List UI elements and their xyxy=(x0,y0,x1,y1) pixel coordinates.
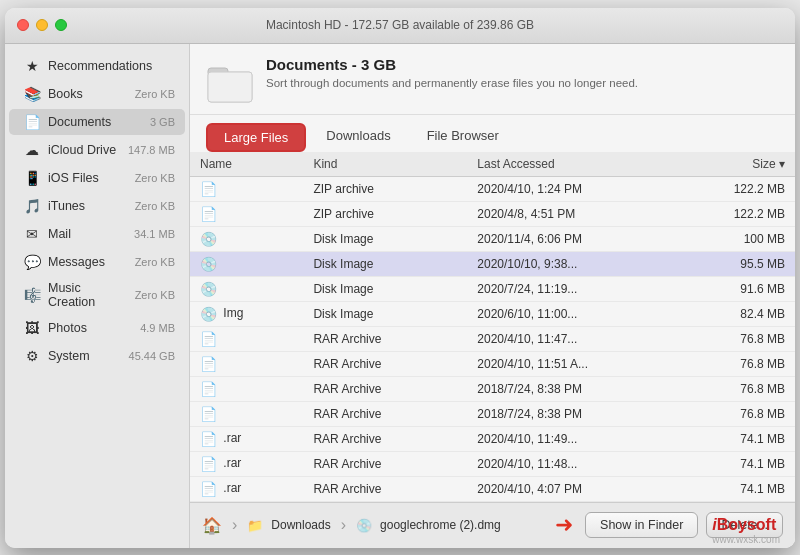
breadcrumb-file: googlechrome (2).dmg xyxy=(380,518,501,532)
cell-size: 76.8 MB xyxy=(682,376,795,401)
cell-accessed: 2020/4/10, 11:47... xyxy=(467,326,681,351)
header-desc: Sort through documents and permanently e… xyxy=(266,75,779,91)
sidebar-icon-documents: 📄 xyxy=(23,113,41,131)
sidebar-item-music-creation[interactable]: 🎼 Music Creation Zero KB xyxy=(9,277,185,313)
table-row[interactable]: 💿 Disk Image 2020/7/24, 11:19... 91.6 MB xyxy=(190,276,795,301)
sidebar-label-ios-files: iOS Files xyxy=(48,171,131,185)
cell-accessed: 2020/4/10, 1:24 PM xyxy=(467,176,681,201)
sidebar-item-documents[interactable]: 📄 Documents 3 GB xyxy=(9,109,185,135)
folder-icon xyxy=(206,58,254,106)
cell-accessed: 2020/6/10, 11:00... xyxy=(467,301,681,326)
table-row[interactable]: 💿 Disk Image 2020/10/10, 9:38... 95.5 MB xyxy=(190,251,795,276)
brand-sub: www.wxsk.com xyxy=(712,534,780,545)
cell-accessed: 2020/7/24, 11:19... xyxy=(467,276,681,301)
table-row[interactable]: 💿 Disk Image 2020/11/4, 6:06 PM 100 MB xyxy=(190,226,795,251)
cell-accessed: 2020/4/10, 11:51 A... xyxy=(467,351,681,376)
tab-file-browser[interactable]: File Browser xyxy=(411,123,515,152)
header-title: Documents - 3 GB xyxy=(266,56,779,73)
tab-large-files[interactable]: Large Files xyxy=(206,123,306,152)
maximize-button[interactable] xyxy=(55,19,67,31)
sidebar-item-books[interactable]: 📚 Books Zero KB xyxy=(9,81,185,107)
titlebar: Macintosh HD - 172.57 GB available of 23… xyxy=(5,8,795,44)
sidebar-item-mail[interactable]: ✉ Mail 34.1 MB xyxy=(9,221,185,247)
cell-name: 📄 xyxy=(190,201,303,226)
sidebar-label-itunes: iTunes xyxy=(48,199,131,213)
sidebar-size-documents: 3 GB xyxy=(150,116,175,128)
cell-name: 📄 .rar xyxy=(190,426,303,451)
minimize-button[interactable] xyxy=(36,19,48,31)
table-row[interactable]: 📄 .rar RAR Archive 2020/4/10, 11:48... 7… xyxy=(190,451,795,476)
cell-size: 76.8 MB xyxy=(682,401,795,426)
cell-size: 122.2 MB xyxy=(682,176,795,201)
table-row[interactable]: 📄 RAR Archive 2018/7/24, 8:38 PM 76.8 MB xyxy=(190,401,795,426)
cell-accessed: 2020/4/8, 4:51 PM xyxy=(467,201,681,226)
titlebar-title: Macintosh HD - 172.57 GB available of 23… xyxy=(266,18,534,32)
files-table-container[interactable]: Name Kind Last Accessed Size ▾ 📄 ZIP arc… xyxy=(190,152,795,502)
main-window: Macintosh HD - 172.57 GB available of 23… xyxy=(5,8,795,548)
sidebar-label-recommendations: Recommendations xyxy=(48,59,175,73)
cell-kind: ZIP archive xyxy=(303,201,467,226)
home-icon: 🏠 xyxy=(202,516,222,535)
cell-kind: RAR Archive xyxy=(303,401,467,426)
sidebar-label-photos: Photos xyxy=(48,321,136,335)
sidebar-item-ios-files[interactable]: 📱 iOS Files Zero KB xyxy=(9,165,185,191)
cell-kind: RAR Archive xyxy=(303,451,467,476)
sidebar-size-messages: Zero KB xyxy=(135,256,175,268)
breadcrumb-downloads: Downloads xyxy=(271,518,330,532)
table-row[interactable]: 📄 .rar RAR Archive 2020/4/10, 11:49... 7… xyxy=(190,426,795,451)
sidebar-size-books: Zero KB xyxy=(135,88,175,100)
cell-size: 91.6 MB xyxy=(682,276,795,301)
files-table: Name Kind Last Accessed Size ▾ 📄 ZIP arc… xyxy=(190,152,795,502)
breadcrumb-folder-icon: 📁 xyxy=(247,518,263,533)
svg-rect-2 xyxy=(208,72,252,102)
content-area: Documents - 3 GB Sort through documents … xyxy=(190,44,795,548)
sidebar-icon-messages: 💬 xyxy=(23,253,41,271)
sidebar-label-messages: Messages xyxy=(48,255,131,269)
cell-size: 76.8 MB xyxy=(682,326,795,351)
sidebar-item-photos[interactable]: 🖼 Photos 4.9 MB xyxy=(9,315,185,341)
cell-accessed: 2020/10/10, 9:38... xyxy=(467,251,681,276)
cell-name: 💿 Img xyxy=(190,301,303,326)
table-row[interactable]: 📄 RAR Archive 2020/4/10, 11:47... 76.8 M… xyxy=(190,326,795,351)
cell-name: 💿 xyxy=(190,226,303,251)
table-row[interactable]: 📄 RAR Archive 2018/7/24, 8:38 PM 76.8 MB xyxy=(190,376,795,401)
show-in-finder-button[interactable]: Show in Finder xyxy=(585,512,698,538)
close-button[interactable] xyxy=(17,19,29,31)
cell-size: 76.8 MB xyxy=(682,351,795,376)
col-size[interactable]: Size ▾ xyxy=(682,152,795,177)
breadcrumb-file-icon: 💿 xyxy=(356,518,372,533)
cell-name: 📄 .rar xyxy=(190,451,303,476)
cell-size: 95.5 MB xyxy=(682,251,795,276)
table-row[interactable]: 📄 .rar RAR Archive 2020/4/10, 4:07 PM 74… xyxy=(190,476,795,501)
sidebar-item-recommendations[interactable]: ★ Recommendations xyxy=(9,53,185,79)
col-kind: Kind xyxy=(303,152,467,177)
tab-downloads[interactable]: Downloads xyxy=(310,123,406,152)
sidebar-item-system[interactable]: ⚙ System 45.44 GB xyxy=(9,343,185,369)
sidebar: ★ Recommendations 📚 Books Zero KB 📄 Docu… xyxy=(5,44,190,548)
cell-accessed: 2020/4/10, 11:49... xyxy=(467,426,681,451)
cell-kind: Disk Image xyxy=(303,301,467,326)
sidebar-item-messages[interactable]: 💬 Messages Zero KB xyxy=(9,249,185,275)
cell-accessed: 2020/4/10, 11:48... xyxy=(467,451,681,476)
cell-name: 💿 xyxy=(190,276,303,301)
cell-kind: Disk Image xyxy=(303,251,467,276)
cell-size: 100 MB xyxy=(682,226,795,251)
cell-name: 📄 xyxy=(190,376,303,401)
cell-name: 💿 xyxy=(190,251,303,276)
table-row[interactable]: 📄 RAR Archive 2020/4/10, 11:51 A... 76.8… xyxy=(190,351,795,376)
sidebar-item-itunes[interactable]: 🎵 iTunes Zero KB xyxy=(9,193,185,219)
sidebar-size-photos: 4.9 MB xyxy=(140,322,175,334)
sidebar-size-system: 45.44 GB xyxy=(129,350,175,362)
cell-kind: RAR Archive xyxy=(303,326,467,351)
table-row[interactable]: 📄 ZIP archive 2020/4/10, 1:24 PM 122.2 M… xyxy=(190,176,795,201)
cell-size: 74.1 MB xyxy=(682,426,795,451)
table-row[interactable]: 💿 Img Disk Image 2020/6/10, 11:00... 82.… xyxy=(190,301,795,326)
cell-size: 82.4 MB xyxy=(682,301,795,326)
main-layout: ★ Recommendations 📚 Books Zero KB 📄 Docu… xyxy=(5,44,795,548)
cell-name: 📄 xyxy=(190,401,303,426)
table-row[interactable]: 📄 ZIP archive 2020/4/8, 4:51 PM 122.2 MB xyxy=(190,201,795,226)
cell-size: 74.1 MB xyxy=(682,476,795,501)
sidebar-item-icloud-drive[interactable]: ☁ iCloud Drive 147.8 MB xyxy=(9,137,185,163)
cell-accessed: 2020/4/10, 4:07 PM xyxy=(467,476,681,501)
col-name: Name xyxy=(190,152,303,177)
